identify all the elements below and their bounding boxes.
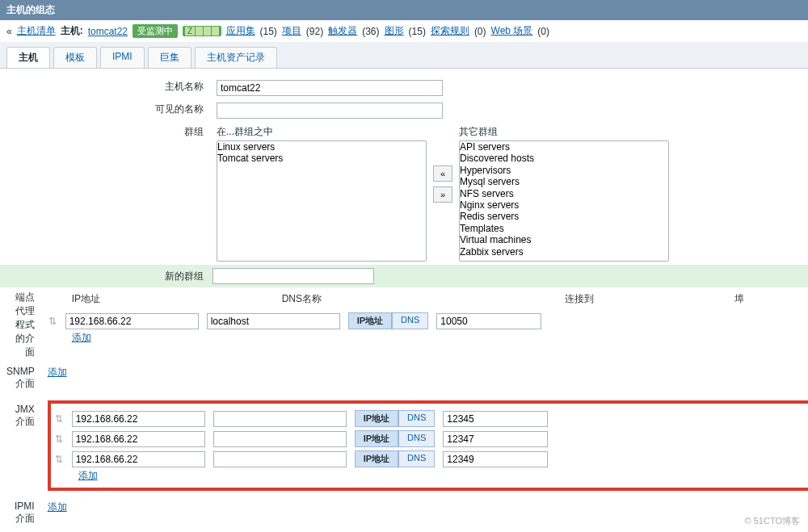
visiblename-input[interactable] <box>217 103 443 119</box>
tabs: 主机 模板 IPMI 巨集 主机资产记录 <box>0 42 808 69</box>
drag-icon[interactable]: ⇅ <box>54 454 64 465</box>
tab-inventory[interactable]: 主机资产记录 <box>195 47 277 68</box>
tab-host[interactable]: 主机 <box>6 47 50 68</box>
host-form: 主机名称 可见的名称 群组 在...群组之中 Linux serversTomc… <box>0 77 808 265</box>
jmx-port-input[interactable] <box>443 411 548 427</box>
col-port: 埠 <box>734 292 808 306</box>
host-list-link[interactable]: 主机清单 <box>17 24 56 38</box>
col-connect: 连接到 <box>565 292 654 306</box>
discovery-link[interactable]: 探索规则 <box>431 24 469 38</box>
availability-icon: Z <box>183 26 221 36</box>
snmp-add-link[interactable]: 添加 <box>48 367 67 378</box>
tab-ipmi[interactable]: IPMI <box>100 47 145 68</box>
in-groups-list[interactable]: Linux serversTomcat servers <box>217 140 427 262</box>
other-groups-label: 其它群组 <box>459 125 669 139</box>
snmp-label: SNMP介面 <box>0 362 41 394</box>
jmx-connect-dns[interactable]: DNS <box>398 450 435 467</box>
col-ip: IP地址 <box>72 292 161 306</box>
jmx-ip-input[interactable] <box>72 411 205 427</box>
visiblename-label: 可见的名称 <box>0 99 210 122</box>
jmx-connect-ip[interactable]: IP地址 <box>355 450 398 467</box>
newgroup-label: 新的群组 <box>6 270 210 283</box>
web-count: (0) <box>537 26 549 37</box>
back-arrow: « <box>6 26 12 37</box>
agent-label: 端点代理程式的介面 <box>0 287 41 362</box>
host-name-link[interactable]: tomcat22 <box>88 26 128 37</box>
group-move-left[interactable]: « <box>433 165 452 182</box>
agent-add-link[interactable]: 添加 <box>72 332 91 343</box>
status-badge: 受监测中 <box>133 24 178 38</box>
jmx-port-input[interactable] <box>443 451 548 467</box>
groups-label: 群组 <box>0 122 210 265</box>
agent-connect-ip[interactable]: IP地址 <box>348 312 392 329</box>
jmx-dns-input[interactable] <box>213 451 347 467</box>
hostname-input[interactable] <box>217 80 443 96</box>
jmx-connect-ip[interactable]: IP地址 <box>355 430 398 447</box>
proxy-label: 由系统代理程式监测 <box>0 529 41 532</box>
drag-icon[interactable]: ⇅ <box>48 316 57 327</box>
page-title: 主机的组态 <box>0 0 808 20</box>
host-label: 主机: <box>61 24 83 38</box>
graphs-link[interactable]: 图形 <box>385 24 404 38</box>
jmx-add-link[interactable]: 添加 <box>78 470 98 481</box>
jmx-interface-row: ⇅IP地址DNS <box>54 449 805 469</box>
ipmi-label: IPMI介面 <box>0 497 41 529</box>
web-link[interactable]: Web 场景 <box>491 24 533 38</box>
triggers-count: (36) <box>362 26 379 37</box>
in-groups-label: 在...群组之中 <box>217 125 427 139</box>
ipmi-add-link[interactable]: 添加 <box>48 501 67 513</box>
jmx-dns-input[interactable] <box>213 411 347 427</box>
other-groups-list[interactable]: API serversDiscovered hostsHypervisorsMy… <box>459 140 669 262</box>
items-link[interactable]: 项目 <box>282 24 301 38</box>
hostname-label: 主机名称 <box>0 77 210 99</box>
jmx-interface-row: ⇅IP地址DNS <box>54 408 805 429</box>
newgroup-row: 新的群组 <box>0 265 808 287</box>
triggers-link[interactable]: 触发器 <box>328 24 357 38</box>
agent-port-input[interactable] <box>436 313 541 329</box>
graphs-count: (15) <box>409 26 426 37</box>
newgroup-input[interactable] <box>213 268 374 284</box>
jmx-connect-dns[interactable]: DNS <box>398 430 435 447</box>
group-move-right[interactable]: » <box>433 186 452 203</box>
discovery-count: (0) <box>474 26 486 37</box>
jmx-connect-ip[interactable]: IP地址 <box>355 410 398 427</box>
jmx-connect-dns[interactable]: DNS <box>398 410 435 427</box>
jmx-label: JMX介面 <box>0 394 41 497</box>
items-count: (92) <box>306 26 323 37</box>
watermark: © 51CTO博客 <box>745 515 800 527</box>
drag-icon[interactable]: ⇅ <box>54 413 64 425</box>
jmx-ip-input[interactable] <box>72 451 205 467</box>
apps-link[interactable]: 应用集 <box>226 24 255 38</box>
drag-icon[interactable]: ⇅ <box>54 434 64 445</box>
jmx-highlight-box: ⇅IP地址DNS⇅IP地址DNS⇅IP地址DNS添加 移除 <box>48 400 808 491</box>
tab-templates[interactable]: 模板 <box>53 47 97 68</box>
agent-dns-input[interactable] <box>207 313 340 329</box>
apps-count: (15) <box>260 26 277 37</box>
jmx-interface-row: ⇅IP地址DNS <box>54 429 805 449</box>
agent-interface-row: ⇅ IP地址 DNS <box>48 311 808 331</box>
jmx-dns-input[interactable] <box>213 431 347 447</box>
breadcrumb: « 主机清单 主机: tomcat22 受监测中 Z 应用集(15) 项目(92… <box>0 20 808 42</box>
col-dns: DNS名称 <box>282 292 371 306</box>
tab-macros[interactable]: 巨集 <box>148 47 191 68</box>
jmx-port-input[interactable] <box>443 431 548 447</box>
jmx-ip-input[interactable] <box>72 431 205 447</box>
agent-connect-dns[interactable]: DNS <box>392 312 428 329</box>
agent-ip-input[interactable] <box>65 313 199 329</box>
